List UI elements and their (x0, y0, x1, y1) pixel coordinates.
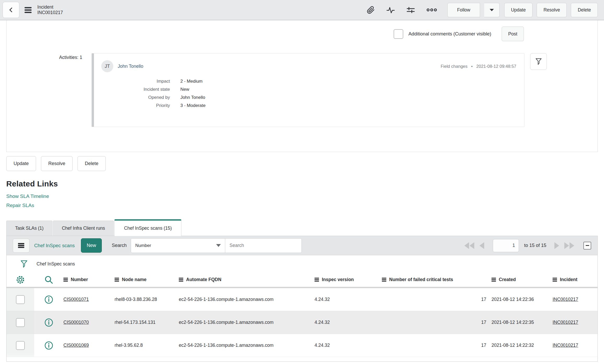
column-header-node-name[interactable]: Node name (115, 277, 179, 282)
column-menu-icon (315, 278, 319, 282)
column-menu-icon (63, 278, 68, 282)
personalize-sliders-icon[interactable] (406, 6, 415, 14)
list-settings-gear-icon[interactable] (7, 272, 34, 287)
follow-dropdown-button[interactable] (484, 3, 500, 17)
resolve-button-header[interactable]: Resolve (537, 3, 567, 17)
tab-chef-inspec-scans[interactable]: Chef InSpec scans (15) (114, 219, 181, 236)
table-row: CIS0001069 rhel-3.95.62.8 ec2-54-226-1-1… (7, 334, 597, 357)
node-name-cell: rhel-54.173.154.131 (115, 320, 179, 325)
created-cell: 2021-08-12 14:22:32 (492, 343, 553, 348)
update-button-header[interactable]: Update (504, 3, 532, 17)
tab-task-slas[interactable]: Task SLAs (1) (6, 221, 52, 236)
field-label: Priority (101, 103, 170, 108)
next-page-button[interactable] (554, 242, 559, 249)
row-checkbox[interactable] (16, 295, 25, 304)
info-icon[interactable] (34, 311, 63, 334)
page-number-input[interactable] (493, 239, 519, 252)
repair-slas-link[interactable]: Repair SLAs (6, 203, 34, 208)
field-label: Impact (101, 79, 170, 84)
post-button[interactable]: Post (502, 27, 524, 41)
activity-meta-type: Field changes (441, 64, 467, 69)
related-links-heading: Related Links (6, 179, 604, 188)
column-menu-icon (382, 278, 386, 282)
table-row: CIS0001070 rhel-54.173.154.131 ec2-54-22… (7, 311, 597, 334)
failed-critical-tests-cell: 17 (382, 343, 492, 348)
list-title-link[interactable]: Chef InSpec scans (34, 243, 75, 248)
context-menu-icon[interactable] (25, 6, 32, 14)
follow-split-button: Follow (447, 3, 500, 17)
tab-chef-infra-client-runs[interactable]: Chef Infra Client runs (53, 221, 114, 236)
field-value: John Tonello (180, 95, 516, 100)
related-lists-tabs: Task SLAs (1) Chef Infra Client runs Che… (6, 219, 598, 236)
column-header-incident[interactable]: Incident (553, 277, 597, 282)
search-field-selected-value: Number (135, 243, 151, 248)
additional-comments-label: Additional comments (Customer visible) (408, 31, 491, 37)
last-page-button[interactable] (564, 242, 574, 249)
incident-form-section: Additional comments (Customer visible) P… (6, 20, 598, 152)
delete-button-header[interactable]: Delete (571, 3, 598, 17)
table-row: CIS0001071 rhel8-03-3.88.236.28 ec2-54-2… (7, 288, 597, 311)
inspec-version-cell: 4.24.32 (315, 343, 382, 348)
column-header-failed-critical-tests[interactable]: Number of failed critical tests (382, 277, 492, 282)
node-name-cell: rhel8-03-3.88.236.28 (115, 297, 179, 302)
info-icon[interactable] (34, 334, 63, 357)
field-label: Opened by (101, 95, 170, 100)
follow-button[interactable]: Follow (447, 3, 480, 17)
additional-comments-checkbox[interactable] (394, 29, 403, 39)
column-header-automate-fqdn[interactable]: Automate FQDN (179, 277, 315, 282)
avatar: JT (101, 60, 113, 72)
automate-fqdn-cell: ec2-54-226-1-136.compute-1.amazonaws.com (179, 343, 315, 348)
minus-icon (586, 245, 589, 246)
chevron-left-icon (8, 7, 14, 13)
field-value: New (180, 87, 516, 92)
incident-link[interactable]: INC0010217 (553, 320, 578, 325)
list-breadcrumb[interactable]: Chef InSpec scans (37, 261, 75, 267)
scan-number-link[interactable]: CIS0001071 (63, 297, 89, 302)
field-label: Incident state (101, 87, 170, 92)
activity-stream-icon[interactable] (386, 6, 395, 14)
column-header-number[interactable]: Number (63, 277, 115, 282)
update-button[interactable]: Update (6, 156, 36, 171)
first-page-button[interactable] (464, 242, 475, 249)
list-filter-funnel-icon[interactable] (20, 260, 28, 268)
list-menu-button[interactable] (13, 239, 29, 253)
failed-critical-tests-cell: 17 (382, 320, 492, 325)
incident-link[interactable]: INC0010217 (553, 343, 578, 348)
chevron-down-icon (490, 9, 494, 11)
column-header-created[interactable]: Created (492, 277, 553, 282)
scan-number-link[interactable]: CIS0001070 (63, 320, 89, 325)
column-header-inspec-version[interactable]: Inspec version (315, 277, 382, 282)
hamburger-icon (18, 242, 24, 249)
search-input[interactable] (225, 239, 301, 253)
field-value: 3 - Moderate (180, 103, 516, 108)
activity-user-name: John Tonello (118, 64, 143, 69)
chevron-down-icon (216, 244, 221, 247)
column-menu-icon (553, 278, 557, 282)
pagination-range-label: to 15 of 15 (524, 243, 546, 248)
list-header-row: Number Node name Automate FQDN Inspec ve… (7, 272, 597, 288)
show-sla-timeline-link[interactable]: Show SLA Timeline (6, 193, 49, 199)
collapse-list-button[interactable] (583, 242, 591, 250)
previous-page-button[interactable] (479, 242, 485, 249)
list-search-magnifier-icon[interactable] (34, 272, 63, 287)
inspec-version-cell: 4.24.32 (315, 320, 382, 325)
row-checkbox[interactable] (16, 318, 25, 327)
more-options-icon[interactable] (427, 8, 437, 12)
created-cell: 2021-08-12 14:22:36 (492, 297, 553, 302)
node-name-cell: rhel-3.95.62.8 (115, 343, 179, 348)
resolve-button[interactable]: Resolve (41, 156, 73, 171)
inspec-version-cell: 4.24.32 (315, 297, 382, 302)
row-checkbox[interactable] (16, 341, 25, 350)
search-field-select[interactable]: Number (131, 239, 225, 253)
new-record-button[interactable]: New (81, 238, 102, 253)
back-button[interactable] (3, 2, 19, 18)
activity-filter-button[interactable] (530, 53, 547, 70)
failed-critical-tests-cell: 17 (382, 297, 492, 302)
incident-link[interactable]: INC0010217 (553, 297, 578, 302)
activities-count-label: Activities: 1 (7, 53, 92, 60)
attachment-paperclip-icon[interactable] (367, 6, 375, 14)
delete-button[interactable]: Delete (78, 156, 106, 171)
info-icon[interactable] (34, 288, 63, 311)
scan-number-link[interactable]: CIS0001069 (63, 343, 89, 348)
automate-fqdn-cell: ec2-54-226-1-136.compute-1.amazonaws.com (179, 297, 315, 302)
